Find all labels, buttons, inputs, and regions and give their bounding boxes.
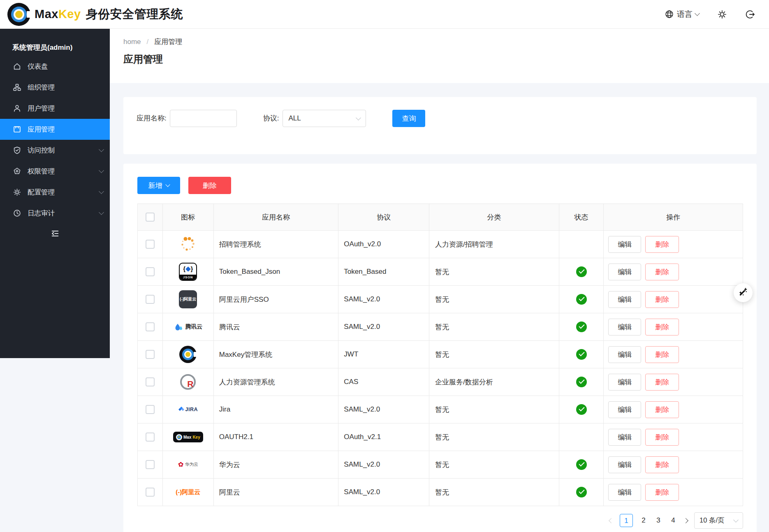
search-button[interactable]: 查询 bbox=[392, 110, 425, 127]
header-actions: 语言 bbox=[665, 9, 761, 20]
status-ok-icon bbox=[576, 266, 587, 277]
bulk-delete-button[interactable]: 删除 bbox=[188, 177, 231, 194]
row-checkbox[interactable] bbox=[146, 460, 155, 469]
delete-row-button[interactable]: 删除 bbox=[645, 319, 679, 335]
maxkey-admin-app: MaxKey身份安全管理系统 语言 bbox=[0, 0, 769, 532]
page-number-3[interactable]: 3 bbox=[654, 516, 662, 525]
row-checkbox[interactable] bbox=[146, 267, 155, 276]
row-checkbox[interactable] bbox=[146, 377, 155, 386]
table-row: (-)阿里云 阿里云用户SSO SAML_v2.0 暂无 编辑 删除 bbox=[138, 286, 743, 313]
app-protocol-cell: SAML_v2.0 bbox=[338, 286, 429, 313]
table-row: ✿华为云 华为云 SAML_v2.0 暂无 编辑 删除 bbox=[138, 451, 743, 479]
edit-button[interactable]: 编辑 bbox=[608, 236, 641, 253]
page-title: 应用管理 bbox=[123, 53, 769, 66]
sidebar-item-apps[interactable]: 应用管理 bbox=[0, 119, 110, 140]
sidebar-user: 系统管理员(admin) bbox=[0, 43, 110, 53]
edit-button[interactable]: 编辑 bbox=[608, 291, 641, 308]
protocol-select[interactable]: ALL bbox=[283, 110, 366, 127]
breadcrumb-current: 应用管理 bbox=[154, 37, 182, 46]
delete-row-button[interactable]: 删除 bbox=[645, 264, 679, 280]
logout-icon[interactable] bbox=[745, 9, 755, 19]
language-switcher[interactable]: 语言 bbox=[665, 9, 699, 20]
delete-row-button[interactable]: 删除 bbox=[645, 346, 679, 363]
sidebar-item-audit[interactable]: 日志审计 bbox=[0, 203, 110, 224]
page-number-1[interactable]: 1 bbox=[620, 514, 633, 527]
edit-button[interactable]: 编辑 bbox=[608, 484, 641, 501]
app-category-cell: 企业服务/数据分析 bbox=[429, 368, 559, 396]
app-protocol-cell: CAS bbox=[338, 368, 429, 396]
app-category-cell: 暂无 bbox=[429, 341, 559, 368]
delete-row-button[interactable]: 删除 bbox=[645, 484, 679, 501]
delete-row-button[interactable]: 删除 bbox=[645, 374, 679, 391]
sidebar-collapse-button[interactable] bbox=[0, 229, 110, 240]
magic-wand-icon bbox=[738, 287, 748, 299]
row-checkbox[interactable] bbox=[146, 295, 155, 304]
pagination: 1234 10 条/页 bbox=[137, 512, 743, 529]
delete-row-button[interactable]: 删除 bbox=[645, 291, 679, 308]
home-icon bbox=[12, 62, 21, 71]
add-button-label: 新增 bbox=[148, 181, 162, 190]
prev-page-button[interactable] bbox=[609, 519, 613, 523]
add-button[interactable]: 新增 bbox=[137, 177, 180, 194]
user-icon bbox=[12, 104, 21, 113]
brand-title: MaxKey身份安全管理系统 bbox=[35, 6, 183, 23]
sidebar-item-org[interactable]: 组织管理 bbox=[0, 77, 110, 98]
table-toolbar: 新增 删除 bbox=[137, 177, 743, 194]
app-name-input[interactable] bbox=[170, 110, 237, 127]
edit-button[interactable]: 编辑 bbox=[608, 374, 641, 391]
page-number-2[interactable]: 2 bbox=[639, 516, 648, 525]
edit-button[interactable]: 编辑 bbox=[608, 456, 641, 473]
breadcrumb-home[interactable]: home bbox=[123, 38, 141, 46]
page-size-value: 10 条/页 bbox=[700, 516, 725, 525]
table-row: JIRA Jira SAML_v2.0 暂无 编辑 删除 bbox=[138, 396, 743, 423]
app-protocol-cell: SAML_v2.0 bbox=[338, 313, 429, 340]
delete-row-button[interactable]: 删除 bbox=[645, 456, 679, 473]
next-page-button[interactable] bbox=[684, 519, 688, 523]
magic-wand-floating-button[interactable] bbox=[734, 283, 753, 302]
aliyun-orange-icon: (-)阿里云 bbox=[176, 488, 200, 496]
col-header-name: 应用名称 bbox=[214, 204, 339, 230]
app-name-cell: 人力资源管理系统 bbox=[214, 368, 339, 396]
page-number-4[interactable]: 4 bbox=[669, 516, 677, 525]
select-all-checkbox[interactable] bbox=[146, 213, 155, 222]
edit-button[interactable]: 编辑 bbox=[608, 346, 641, 363]
row-checkbox[interactable] bbox=[146, 433, 155, 442]
app-category-cell: 暂无 bbox=[429, 423, 559, 451]
gear-icon bbox=[12, 188, 21, 197]
row-checkbox[interactable] bbox=[146, 405, 155, 414]
edit-button[interactable]: 编辑 bbox=[608, 264, 641, 280]
chevron-down-icon bbox=[99, 189, 104, 194]
sidebar-item-config[interactable]: 配置管理 bbox=[0, 182, 110, 203]
app-category-cell: 暂无 bbox=[429, 479, 559, 506]
chevron-down-icon bbox=[99, 210, 104, 215]
gear-icon[interactable] bbox=[717, 9, 727, 19]
edit-button[interactable]: 编辑 bbox=[608, 401, 641, 418]
apps-table: 图标 应用名称 协议 分类 状态 操作 招聘管理系统 OAuth_v2.0 人力… bbox=[137, 204, 743, 506]
page-size-select[interactable]: 10 条/页 bbox=[694, 512, 743, 529]
row-checkbox[interactable] bbox=[146, 350, 155, 359]
app-protocol-cell: SAML_v2.0 bbox=[338, 396, 429, 423]
app-protocol-cell: SAML_v2.0 bbox=[338, 479, 429, 506]
status-ok-icon bbox=[576, 349, 587, 360]
table-row: 腾讯云 腾讯云 SAML_v2.0 暂无 编辑 删除 bbox=[138, 313, 743, 341]
row-checkbox[interactable] bbox=[146, 322, 155, 331]
app-name-cell: OAUTH2.1 bbox=[214, 423, 339, 451]
brand-key: Key bbox=[58, 7, 81, 21]
edit-button[interactable]: 编辑 bbox=[608, 429, 641, 446]
sidebar-item-dashboard[interactable]: 仪表盘 bbox=[0, 56, 110, 77]
chevron-down-icon bbox=[356, 115, 361, 120]
edit-button[interactable]: 编辑 bbox=[608, 319, 641, 335]
delete-row-button[interactable]: 删除 bbox=[645, 236, 679, 253]
row-checkbox[interactable] bbox=[146, 240, 155, 249]
table-header-row: 图标 应用名称 协议 分类 状态 操作 bbox=[138, 204, 743, 231]
delete-row-button[interactable]: 删除 bbox=[645, 401, 679, 418]
sidebar-item-users[interactable]: 用户管理 bbox=[0, 98, 110, 119]
jira-logo-icon: JIRA bbox=[178, 407, 198, 412]
delete-row-button[interactable]: 删除 bbox=[645, 429, 679, 446]
sidebar-item-access[interactable]: 访问控制 bbox=[0, 140, 110, 161]
sidebar-item-perms[interactable]: 权限管理 bbox=[0, 161, 110, 182]
table-row: MaxKey OAUTH2.1 OAuth_v2.1 暂无 编辑 删除 bbox=[138, 423, 743, 451]
status-ok-icon bbox=[576, 487, 587, 497]
breadcrumb: home / 应用管理 bbox=[123, 37, 769, 46]
row-checkbox[interactable] bbox=[146, 488, 155, 497]
